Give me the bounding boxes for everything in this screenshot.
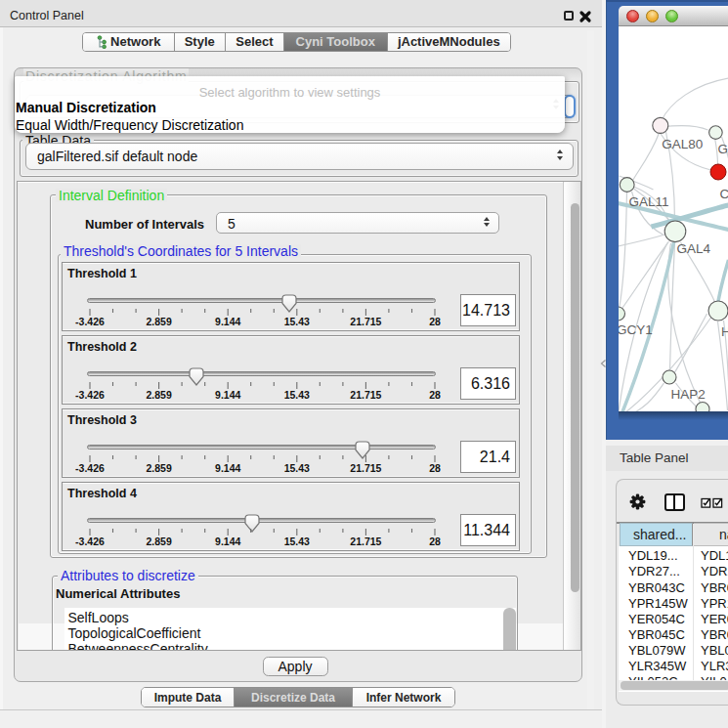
svg-text:HAP2: HAP2 xyxy=(670,387,705,402)
svg-text:CY: CY xyxy=(719,187,728,201)
svg-text:GCY1: GCY1 xyxy=(619,322,653,337)
svg-text:H: H xyxy=(721,324,728,339)
svg-text:GAL11: GAL11 xyxy=(628,194,668,209)
svg-text:GAL4: GAL4 xyxy=(676,241,710,256)
svg-text:GAL80: GAL80 xyxy=(662,137,703,151)
svg-text:GA: GA xyxy=(717,142,728,156)
